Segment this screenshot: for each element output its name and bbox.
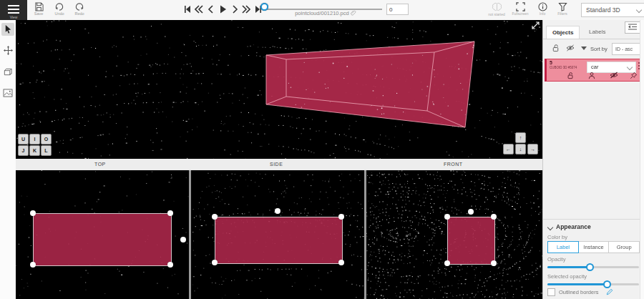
redo-button[interactable]: Redo: [70, 1, 89, 19]
previous-frame-button[interactable]: [207, 3, 215, 16]
save-button[interactable]: Save: [29, 1, 49, 19]
nav-up-button[interactable]: ↑: [515, 132, 526, 143]
opacity-slider-handle[interactable]: [586, 263, 594, 271]
filters-button[interactable]: Filters: [553, 1, 572, 19]
selected-opacity-label: Selected opacity: [547, 273, 587, 280]
info-icon: [538, 2, 547, 11]
top-projection-view[interactable]: [16, 170, 189, 299]
resize-handle[interactable]: [491, 260, 497, 266]
main-3d-viewport[interactable]: U I O J K L ↑ ← ↓ →: [16, 20, 542, 159]
cuboid-rect-top[interactable]: [33, 213, 172, 266]
brain-icon: [492, 2, 502, 12]
side-view-label: SIDE: [270, 162, 283, 167]
viewport-expand-icon[interactable]: [532, 22, 539, 29]
resize-handle[interactable]: [338, 214, 344, 220]
dropdown-caret-icon[interactable]: [581, 46, 587, 50]
resize-handle[interactable]: [167, 262, 173, 268]
fast-forward-button[interactable]: [242, 3, 250, 16]
chevron-down-icon: [636, 7, 642, 13]
playback-controls: [183, 3, 263, 17]
hotkey-l[interactable]: L: [41, 145, 52, 156]
resize-handle[interactable]: [212, 214, 218, 220]
projection-panels: [16, 170, 542, 299]
hotkey-i[interactable]: I: [29, 134, 40, 144]
hotkey-o[interactable]: O: [41, 134, 52, 144]
move-icon: [4, 46, 13, 55]
tab-objects[interactable]: Objects: [546, 26, 580, 39]
cuboid-annotation-3d[interactable]: [16, 20, 542, 159]
cursor-icon: [4, 24, 13, 34]
frame-number-input[interactable]: [386, 4, 409, 15]
object-row-car[interactable]: 5 CUBOID 3D #5074 car: [545, 59, 643, 82]
rotate-handle[interactable]: [180, 237, 186, 242]
cuboid-tool-button[interactable]: [1, 66, 14, 79]
ai-status-button[interactable]: not started: [485, 1, 508, 19]
color-by-option-group[interactable]: Group: [609, 241, 640, 253]
object-visibility-icon[interactable]: [610, 72, 618, 79]
fast-rewind-button[interactable]: [195, 3, 203, 16]
appearance-collapse-icon[interactable]: [547, 225, 553, 230]
play-button[interactable]: [218, 3, 227, 16]
main-menu-label: View: [0, 15, 27, 19]
frame-slider-handle[interactable]: [260, 3, 268, 11]
layout-select[interactable]: Standard 3D: [581, 3, 644, 17]
nav-left-button[interactable]: ←: [503, 144, 514, 155]
move-tool-button[interactable]: [1, 44, 14, 57]
filters-label: Filters: [553, 11, 572, 16]
cuboid-rect-side[interactable]: [215, 217, 343, 264]
appearance-section: Appearance Color by Label Instance Group…: [543, 219, 644, 220]
resize-handle[interactable]: [444, 260, 450, 266]
outlined-borders-checkbox[interactable]: [547, 288, 555, 296]
side-projection-view[interactable]: [191, 170, 364, 299]
cuboid-rect-front[interactable]: [447, 217, 495, 265]
resize-handle[interactable]: [30, 210, 36, 216]
rotate-handle[interactable]: [275, 208, 280, 214]
hide-all-icon[interactable]: [566, 44, 575, 52]
object-author-icon[interactable]: [588, 72, 595, 79]
front-view-label: FRONT: [444, 162, 463, 167]
tab-labels[interactable]: Labels: [583, 26, 612, 39]
color-by-option-label[interactable]: Label: [547, 241, 579, 253]
object-pin-icon[interactable]: [630, 72, 638, 79]
undo-button[interactable]: Undo: [50, 1, 69, 19]
edit-pencil-icon[interactable]: [606, 288, 613, 295]
nav-right-button[interactable]: →: [527, 144, 538, 155]
sort-by-label: Sort by: [590, 46, 608, 52]
selected-opacity-slider[interactable]: [547, 280, 639, 288]
info-button[interactable]: Info: [533, 1, 552, 19]
photo-context-tool-button[interactable]: [1, 87, 14, 100]
filter-icon: [558, 2, 567, 11]
panel-scrollbar[interactable]: [640, 20, 644, 299]
hamburger-icon: [8, 5, 19, 16]
nav-down-button[interactable]: ↓: [515, 144, 526, 155]
save-label: Save: [29, 11, 49, 16]
resize-handle[interactable]: [167, 210, 173, 216]
collapse-panel-button[interactable]: [625, 21, 640, 34]
next-frame-button[interactable]: [230, 3, 239, 16]
selected-opacity-slider-handle[interactable]: [603, 280, 611, 288]
objects-filter-row: Sort by ID - asc: [543, 39, 644, 58]
hotkey-k[interactable]: K: [29, 145, 40, 156]
resize-handle[interactable]: [212, 260, 218, 265]
skip-to-start-button[interactable]: [183, 3, 192, 16]
fullscreen-icon: [516, 2, 525, 11]
hotkey-j[interactable]: J: [18, 145, 29, 156]
rotate-handle[interactable]: [468, 209, 474, 215]
opacity-slider[interactable]: [547, 263, 639, 271]
color-by-option-instance[interactable]: Instance: [579, 241, 610, 253]
select-tool-button[interactable]: [1, 23, 14, 36]
lock-all-icon[interactable]: [552, 44, 560, 52]
main-menu-button[interactable]: View: [0, 0, 27, 20]
front-projection-view[interactable]: [366, 170, 542, 299]
object-id: 5: [550, 60, 552, 65]
resize-handle[interactable]: [491, 214, 497, 220]
resize-handle[interactable]: [338, 260, 344, 265]
filename-label: pointcloud/001210.pcd: [272, 10, 379, 16]
object-lock-icon[interactable]: [567, 72, 574, 79]
hotkey-u[interactable]: U: [18, 134, 29, 144]
color-by-segmented-control: Label Instance Group: [547, 241, 640, 253]
resize-handle[interactable]: [30, 262, 36, 268]
fullscreen-button[interactable]: Fullscreen: [509, 1, 531, 19]
resize-handle[interactable]: [444, 214, 450, 220]
image-icon: [3, 89, 13, 97]
